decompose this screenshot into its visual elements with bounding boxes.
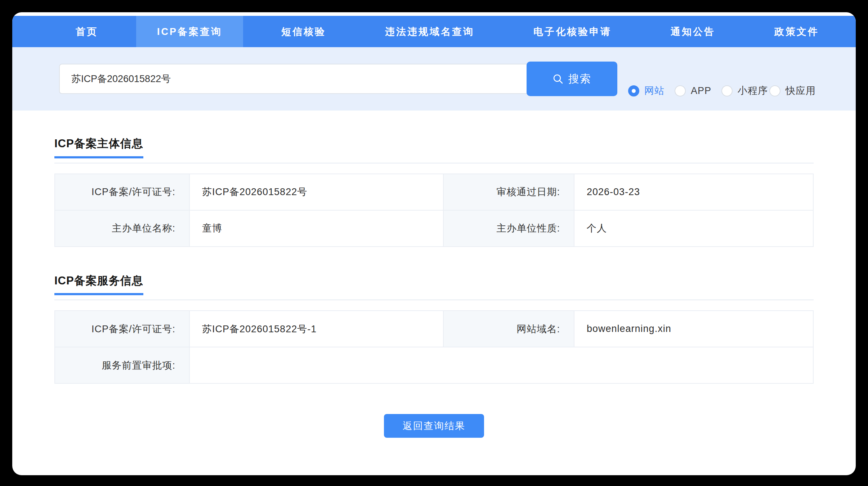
table-row: 服务前置审批项: bbox=[55, 347, 813, 383]
subject-info-table: ICP备案/许可证号: 苏ICP备2026015822号 审核通过日期: 202… bbox=[54, 174, 814, 247]
radio-selected-icon bbox=[628, 85, 639, 96]
field-value-pre-approval-item bbox=[189, 347, 813, 383]
subject-section-header: ICP备案主体信息 bbox=[54, 111, 814, 163]
nav-tab-illegal-domain-query[interactable]: 违法违规域名查询 bbox=[364, 16, 495, 47]
nav-tab-home[interactable]: 首页 bbox=[55, 16, 119, 47]
nav-tab-policy-documents[interactable]: 政策文件 bbox=[753, 16, 840, 47]
app-window: 首页 ICP备案查询 短信核验 违法违规域名查询 电子化核验申请 通知公告 政策… bbox=[12, 12, 856, 475]
main-content: ICP备案主体信息 ICP备案/许可证号: 苏ICP备2026015822号 审… bbox=[12, 111, 856, 438]
field-value-organizer-name: 童博 bbox=[189, 210, 443, 247]
radio-unselected-icon bbox=[721, 85, 733, 96]
nav-tab-icp-query[interactable]: ICP备案查询 bbox=[136, 16, 243, 47]
field-value-license-number: 苏ICP备2026015822号 bbox=[189, 174, 443, 210]
field-label-service-license-number: ICP备案/许可证号: bbox=[55, 311, 189, 347]
field-label-website-domain: 网站域名: bbox=[443, 311, 574, 347]
radio-quick-app[interactable]: 快应用 bbox=[769, 84, 816, 97]
top-nav: 首页 ICP备案查询 短信核验 违法违规域名查询 电子化核验申请 通知公告 政策… bbox=[12, 16, 856, 47]
service-info-table: ICP备案/许可证号: 苏ICP备2026015822号-1 网站域名: bow… bbox=[54, 310, 814, 384]
service-section-header: ICP备案服务信息 bbox=[54, 247, 814, 301]
field-label-approval-date: 审核通过日期: bbox=[443, 174, 574, 210]
radio-mini-program-label: 小程序 bbox=[738, 84, 768, 97]
field-label-pre-approval-item: 服务前置审批项: bbox=[55, 347, 189, 383]
nav-tab-sms-verify[interactable]: 短信核验 bbox=[260, 16, 347, 47]
field-value-approval-date: 2026-03-23 bbox=[574, 174, 813, 210]
radio-mini-program[interactable]: 小程序 bbox=[721, 84, 768, 97]
field-value-service-license-number: 苏ICP备2026015822号-1 bbox=[189, 311, 443, 347]
search-input[interactable] bbox=[59, 64, 529, 94]
search-button-label: 搜索 bbox=[568, 72, 591, 86]
search-button[interactable]: 搜索 bbox=[527, 62, 617, 96]
search-section: 搜索 网站 APP 小程序 快应用 bbox=[12, 47, 856, 111]
radio-quick-app-label: 快应用 bbox=[786, 84, 816, 97]
field-value-website-domain: bowenlearning.xin bbox=[574, 311, 813, 347]
radio-website-label: 网站 bbox=[644, 84, 665, 97]
back-to-results-button[interactable]: 返回查询结果 bbox=[384, 414, 484, 438]
search-type-radio-group: 网站 APP 小程序 快应用 bbox=[628, 84, 816, 97]
nav-tab-notices[interactable]: 通知公告 bbox=[650, 16, 736, 47]
field-value-organizer-nature: 个人 bbox=[574, 210, 813, 247]
search-icon bbox=[552, 73, 563, 84]
radio-app-label: APP bbox=[691, 85, 711, 96]
screen-background: 首页 ICP备案查询 短信核验 违法违规域名查询 电子化核验申请 通知公告 政策… bbox=[0, 0, 868, 486]
table-row: ICP备案/许可证号: 苏ICP备2026015822号 审核通过日期: 202… bbox=[55, 174, 813, 210]
nav-tab-electronic-verification[interactable]: 电子化核验申请 bbox=[513, 16, 632, 47]
subject-section-title: ICP备案主体信息 bbox=[54, 137, 143, 158]
radio-unselected-icon bbox=[675, 85, 686, 96]
field-label-organizer-name: 主办单位名称: bbox=[55, 210, 189, 247]
table-row: 主办单位名称: 童博 主办单位性质: 个人 bbox=[55, 210, 813, 247]
radio-unselected-icon bbox=[769, 85, 780, 96]
radio-website[interactable]: 网站 bbox=[628, 84, 665, 97]
radio-app[interactable]: APP bbox=[675, 85, 711, 96]
service-section-title: ICP备案服务信息 bbox=[54, 274, 143, 296]
table-row: ICP备案/许可证号: 苏ICP备2026015822号-1 网站域名: bow… bbox=[55, 311, 813, 347]
field-label-organizer-nature: 主办单位性质: bbox=[443, 210, 574, 247]
footer-actions: 返回查询结果 bbox=[54, 414, 814, 438]
field-label-license-number: ICP备案/许可证号: bbox=[55, 174, 189, 210]
